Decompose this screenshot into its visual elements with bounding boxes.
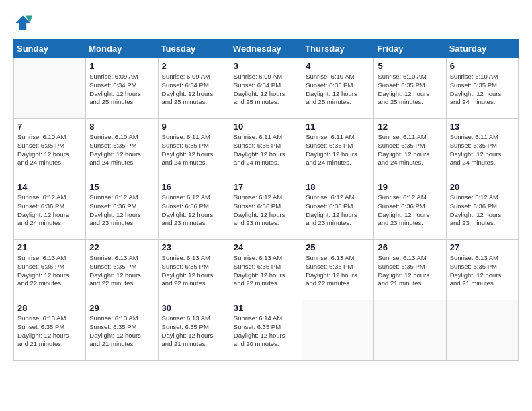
day-info: Sunrise: 6:13 AM Sunset: 6:35 PM Dayligh… [378,254,442,288]
day-cell: 17Sunrise: 6:12 AM Sunset: 6:36 PM Dayli… [230,179,302,240]
day-cell: 9Sunrise: 6:11 AM Sunset: 6:35 PM Daylig… [158,119,230,179]
day-header-friday: Friday [374,40,446,58]
day-info: Sunrise: 6:11 AM Sunset: 6:35 PM Dayligh… [162,133,226,167]
day-header-sunday: Sunday [14,40,86,58]
day-cell: 16Sunrise: 6:12 AM Sunset: 6:36 PM Dayli… [158,179,230,240]
day-number: 14 [17,182,82,192]
day-cell: 27Sunrise: 6:13 AM Sunset: 6:35 PM Dayli… [446,240,518,300]
day-cell: 24Sunrise: 6:13 AM Sunset: 6:35 PM Dayli… [230,240,302,300]
day-cell [14,58,86,119]
day-number: 5 [378,61,442,71]
day-number: 4 [306,61,370,71]
day-number: 6 [450,61,515,71]
day-cell: 4Sunrise: 6:10 AM Sunset: 6:35 PM Daylig… [302,58,374,119]
day-number: 28 [17,303,82,313]
week-row-1: 1Sunrise: 6:09 AM Sunset: 6:34 PM Daylig… [14,58,519,119]
day-info: Sunrise: 6:13 AM Sunset: 6:35 PM Dayligh… [17,314,82,349]
day-number: 27 [450,242,515,253]
day-cell: 28Sunrise: 6:13 AM Sunset: 6:35 PM Dayli… [14,300,86,361]
page-header [13,13,519,32]
day-cell: 15Sunrise: 6:12 AM Sunset: 6:36 PM Dayli… [86,179,158,240]
day-info: Sunrise: 6:13 AM Sunset: 6:35 PM Dayligh… [162,254,226,288]
logo [13,13,35,32]
day-info: Sunrise: 6:09 AM Sunset: 6:34 PM Dayligh… [89,73,154,107]
day-info: Sunrise: 6:12 AM Sunset: 6:36 PM Dayligh… [450,193,515,228]
day-info: Sunrise: 6:11 AM Sunset: 6:35 PM Dayligh… [234,133,298,167]
day-cell: 2Sunrise: 6:09 AM Sunset: 6:34 PM Daylig… [158,58,230,119]
logo-icon [13,13,32,32]
day-number: 20 [450,182,515,192]
day-header-wednesday: Wednesday [230,40,302,58]
day-number: 31 [234,303,298,313]
day-cell: 7Sunrise: 6:10 AM Sunset: 6:35 PM Daylig… [14,119,86,179]
day-number: 10 [234,122,298,132]
week-row-5: 28Sunrise: 6:13 AM Sunset: 6:35 PM Dayli… [14,300,519,361]
day-info: Sunrise: 6:10 AM Sunset: 6:35 PM Dayligh… [450,73,515,107]
day-cell: 13Sunrise: 6:11 AM Sunset: 6:35 PM Dayli… [446,119,518,179]
day-header-tuesday: Tuesday [158,40,230,58]
day-info: Sunrise: 6:12 AM Sunset: 6:36 PM Dayligh… [378,193,442,228]
day-number: 16 [162,182,226,192]
day-cell: 11Sunrise: 6:11 AM Sunset: 6:35 PM Dayli… [302,119,374,179]
day-number: 17 [234,182,298,192]
day-info: Sunrise: 6:13 AM Sunset: 6:35 PM Dayligh… [450,254,515,288]
day-cell: 31Sunrise: 6:14 AM Sunset: 6:35 PM Dayli… [230,300,302,361]
day-info: Sunrise: 6:13 AM Sunset: 6:35 PM Dayligh… [89,254,154,288]
day-info: Sunrise: 6:13 AM Sunset: 6:35 PM Dayligh… [234,254,298,288]
day-number: 29 [89,303,154,313]
week-row-3: 14Sunrise: 6:12 AM Sunset: 6:36 PM Dayli… [14,179,519,240]
day-number: 8 [89,122,154,132]
day-info: Sunrise: 6:12 AM Sunset: 6:36 PM Dayligh… [162,193,226,228]
day-cell: 12Sunrise: 6:11 AM Sunset: 6:35 PM Dayli… [374,119,446,179]
day-info: Sunrise: 6:14 AM Sunset: 6:35 PM Dayligh… [234,314,298,349]
day-cell: 29Sunrise: 6:13 AM Sunset: 6:35 PM Dayli… [86,300,158,361]
day-number: 3 [234,61,298,71]
day-header-saturday: Saturday [446,40,518,58]
day-number: 21 [17,242,82,253]
day-info: Sunrise: 6:10 AM Sunset: 6:35 PM Dayligh… [17,133,82,167]
day-number: 25 [306,242,370,253]
day-info: Sunrise: 6:12 AM Sunset: 6:36 PM Dayligh… [306,193,370,228]
header-row: SundayMondayTuesdayWednesdayThursdayFrid… [14,40,519,58]
day-number: 22 [89,242,154,253]
day-cell [374,300,446,361]
day-info: Sunrise: 6:13 AM Sunset: 6:35 PM Dayligh… [89,314,154,349]
day-cell: 26Sunrise: 6:13 AM Sunset: 6:35 PM Dayli… [374,240,446,300]
day-info: Sunrise: 6:11 AM Sunset: 6:35 PM Dayligh… [306,133,370,167]
day-cell: 8Sunrise: 6:10 AM Sunset: 6:35 PM Daylig… [86,119,158,179]
day-cell: 14Sunrise: 6:12 AM Sunset: 6:36 PM Dayli… [14,179,86,240]
day-cell [446,300,518,361]
day-number: 30 [162,303,226,313]
week-row-4: 21Sunrise: 6:13 AM Sunset: 6:36 PM Dayli… [14,240,519,300]
day-info: Sunrise: 6:11 AM Sunset: 6:35 PM Dayligh… [378,133,442,167]
day-cell: 30Sunrise: 6:13 AM Sunset: 6:35 PM Dayli… [158,300,230,361]
day-info: Sunrise: 6:13 AM Sunset: 6:36 PM Dayligh… [17,254,82,288]
day-number: 7 [17,122,82,132]
day-cell: 22Sunrise: 6:13 AM Sunset: 6:35 PM Dayli… [86,240,158,300]
day-number: 11 [306,122,370,132]
day-cell: 18Sunrise: 6:12 AM Sunset: 6:36 PM Dayli… [302,179,374,240]
day-cell: 3Sunrise: 6:09 AM Sunset: 6:34 PM Daylig… [230,58,302,119]
day-cell: 10Sunrise: 6:11 AM Sunset: 6:35 PM Dayli… [230,119,302,179]
day-info: Sunrise: 6:13 AM Sunset: 6:35 PM Dayligh… [162,314,226,349]
day-cell: 20Sunrise: 6:12 AM Sunset: 6:36 PM Dayli… [446,179,518,240]
day-info: Sunrise: 6:11 AM Sunset: 6:35 PM Dayligh… [450,133,515,167]
day-number: 15 [89,182,154,192]
day-number: 9 [162,122,226,132]
day-info: Sunrise: 6:09 AM Sunset: 6:34 PM Dayligh… [162,73,226,107]
day-number: 26 [378,242,442,253]
day-cell: 21Sunrise: 6:13 AM Sunset: 6:36 PM Dayli… [14,240,86,300]
day-number: 12 [378,122,442,132]
day-info: Sunrise: 6:10 AM Sunset: 6:35 PM Dayligh… [89,133,154,167]
day-info: Sunrise: 6:10 AM Sunset: 6:35 PM Dayligh… [378,73,442,107]
day-info: Sunrise: 6:13 AM Sunset: 6:35 PM Dayligh… [306,254,370,288]
day-info: Sunrise: 6:12 AM Sunset: 6:36 PM Dayligh… [89,193,154,228]
calendar-table: SundayMondayTuesdayWednesdayThursdayFrid… [13,39,519,361]
day-cell: 1Sunrise: 6:09 AM Sunset: 6:34 PM Daylig… [86,58,158,119]
week-row-2: 7Sunrise: 6:10 AM Sunset: 6:35 PM Daylig… [14,119,519,179]
day-cell: 23Sunrise: 6:13 AM Sunset: 6:35 PM Dayli… [158,240,230,300]
day-header-thursday: Thursday [302,40,374,58]
day-cell: 6Sunrise: 6:10 AM Sunset: 6:35 PM Daylig… [446,58,518,119]
day-header-monday: Monday [86,40,158,58]
day-number: 23 [162,242,226,253]
